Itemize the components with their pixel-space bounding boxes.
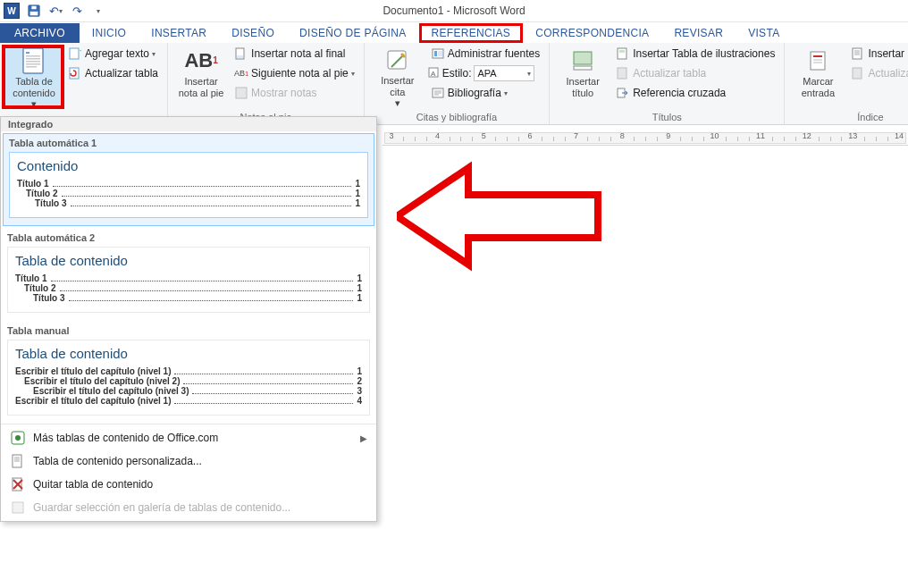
more-toc-office-button[interactable]: Más tablas de contenido de Office.com ▶ bbox=[1, 426, 376, 449]
svg-rect-14 bbox=[237, 55, 243, 58]
gallery-item-manual[interactable]: Tabla manual Tabla de contenido Escribir… bbox=[1, 321, 376, 424]
tab-review[interactable]: REVISAR bbox=[661, 23, 736, 43]
svg-text:+: + bbox=[80, 47, 81, 55]
svg-rect-15 bbox=[236, 88, 247, 98]
toc-preview-line: Título 31 bbox=[17, 198, 360, 208]
ruler-number: 13 bbox=[848, 131, 857, 140]
gallery-item-auto1[interactable]: Tabla automática 1 Contenido Título 11Tí… bbox=[3, 133, 374, 226]
toc-icon bbox=[20, 46, 48, 75]
ribbon-tabs: ARCHIVO INICIO INSERTAR DISEÑO DISEÑO DE… bbox=[0, 21, 908, 43]
toc-preview-line: Título 31 bbox=[15, 293, 362, 303]
save-selection-label: Guardar selección en galería de tablas d… bbox=[33, 501, 290, 514]
endnote-icon bbox=[234, 46, 248, 61]
update-index-button: Actualizar índice bbox=[847, 64, 908, 82]
ruler-tick bbox=[680, 137, 681, 141]
save-button[interactable] bbox=[25, 2, 43, 20]
svg-rect-8 bbox=[26, 63, 40, 65]
tab-home[interactable]: INICIO bbox=[80, 23, 139, 43]
cross-reference-button[interactable]: Referencia cruzada bbox=[612, 84, 778, 102]
insert-index-button[interactable]: Insertar índice bbox=[847, 45, 908, 63]
manage-sources-button[interactable]: Administrar fuentes bbox=[427, 45, 543, 63]
ruler-number: 8 bbox=[620, 131, 625, 140]
tab-layout[interactable]: DISEÑO DE PÁGINA bbox=[287, 23, 419, 43]
horizontal-ruler[interactable]: 34567891011121314 bbox=[383, 130, 908, 146]
ruler-tick bbox=[703, 137, 704, 141]
insert-tof-button[interactable]: Insertar Tabla de ilustraciones bbox=[612, 45, 778, 63]
style-label: Estilo: bbox=[442, 67, 472, 80]
group-label-citations: Citas y bibliografía bbox=[370, 112, 543, 122]
undo-button[interactable]: ↶▾ bbox=[46, 2, 64, 20]
next-footnote-button[interactable]: AB1 Siguiente nota al pie▾ bbox=[231, 64, 358, 82]
add-text-button[interactable]: + Agregar texto▾ bbox=[64, 45, 162, 63]
insert-index-icon bbox=[851, 46, 865, 61]
insert-footnote-button[interactable]: AB1 Insertar nota al pie bbox=[173, 45, 229, 109]
annotation-arrow bbox=[397, 159, 602, 273]
svg-rect-28 bbox=[618, 48, 626, 59]
svg-rect-29 bbox=[619, 50, 625, 53]
ruler-number: 3 bbox=[389, 131, 393, 140]
svg-text:A: A bbox=[431, 70, 436, 78]
group-label-index: Índice bbox=[790, 112, 908, 122]
insert-caption-button[interactable]: Insertar título bbox=[555, 45, 610, 109]
gallery-section-builtin: Integrado bbox=[1, 117, 376, 131]
ruler-tick bbox=[426, 137, 427, 141]
chevron-down-icon: ▾ bbox=[31, 98, 37, 110]
tab-view[interactable]: VISTA bbox=[736, 23, 792, 43]
ruler-tick bbox=[542, 137, 542, 141]
bibliography-button[interactable]: Bibliografía▾ bbox=[427, 84, 543, 102]
update-toc-label: Actualizar tabla bbox=[85, 67, 158, 80]
style-icon: A bbox=[427, 66, 440, 81]
update-index-icon bbox=[851, 66, 865, 80]
table-of-contents-button[interactable]: Tabla de contenido ▾ bbox=[5, 45, 63, 109]
ruler-tick bbox=[565, 137, 566, 141]
preview-heading: Contenido bbox=[17, 158, 360, 173]
custom-toc-icon bbox=[10, 453, 26, 469]
insert-caption-label: Insertar título bbox=[567, 76, 600, 98]
show-notes-label: Mostrar notas bbox=[251, 87, 316, 99]
gallery-item-auto1-title: Tabla automática 1 bbox=[9, 138, 368, 148]
office-icon bbox=[10, 430, 26, 446]
footnote-icon: AB1 bbox=[187, 46, 215, 75]
tab-insert[interactable]: INSERTAR bbox=[139, 23, 219, 43]
ruler-tick bbox=[772, 137, 773, 141]
tab-design[interactable]: DISEÑO bbox=[219, 23, 287, 43]
ruler-tick bbox=[726, 137, 727, 141]
ruler-tick bbox=[599, 137, 600, 141]
insert-endnote-button[interactable]: Insertar nota al final bbox=[231, 45, 358, 63]
tab-file[interactable]: ARCHIVO bbox=[0, 23, 80, 43]
update-toc-button[interactable]: Actualizar tabla bbox=[64, 64, 162, 82]
qat-customize-button[interactable]: ▾ bbox=[89, 2, 107, 20]
ruler-tick bbox=[657, 137, 658, 141]
tab-mailings[interactable]: CORRESPONDENCIA bbox=[523, 23, 661, 43]
crossref-label: Referencia cruzada bbox=[633, 87, 726, 99]
custom-toc-button[interactable]: Tabla de contenido personalizada... bbox=[1, 449, 376, 473]
ruler-tick bbox=[518, 137, 519, 141]
insert-index-label: Insertar índice bbox=[868, 47, 908, 60]
ruler-tick bbox=[450, 137, 450, 141]
ruler-tick bbox=[415, 137, 416, 141]
tab-references[interactable]: REFERENCIAS bbox=[419, 23, 524, 43]
ruler-tick bbox=[749, 137, 750, 141]
remove-toc-button[interactable]: Quitar tabla de contenido bbox=[1, 473, 376, 496]
ruler-tick bbox=[784, 137, 785, 141]
title-bar: W ↶▾ ↷ ▾ Documento1 - Microsoft Word bbox=[0, 0, 908, 21]
mark-entry-button[interactable]: Marcar entrada bbox=[790, 45, 845, 109]
citation-icon bbox=[383, 46, 412, 74]
redo-button[interactable]: ↷ bbox=[68, 2, 86, 20]
citation-style-dropdown[interactable]: APA ▾ bbox=[474, 65, 534, 81]
add-text-label: Agregar texto bbox=[85, 47, 149, 60]
remove-toc-label: Quitar tabla de contenido bbox=[33, 478, 153, 491]
toc-preview-line: Título 11 bbox=[15, 273, 362, 283]
gallery-item-auto2[interactable]: Tabla automática 2 Tabla de contenido Tí… bbox=[1, 228, 376, 321]
insert-citation-button[interactable]: Insertar cita▾ bbox=[370, 45, 425, 109]
svg-rect-30 bbox=[618, 68, 626, 79]
ruler-tick bbox=[795, 137, 796, 141]
crossref-icon bbox=[616, 86, 630, 100]
gallery-item-manual-preview: Tabla de contenido Escribir el título de… bbox=[7, 340, 370, 416]
preview-lines-auto2: Título 11Título 21Título 31 bbox=[15, 273, 362, 303]
ruler-tick bbox=[830, 137, 831, 141]
ruler-number: 4 bbox=[435, 131, 440, 140]
ruler-tick bbox=[841, 137, 842, 141]
manage-sources-label: Administrar fuentes bbox=[448, 47, 540, 60]
update-icon bbox=[68, 66, 82, 80]
